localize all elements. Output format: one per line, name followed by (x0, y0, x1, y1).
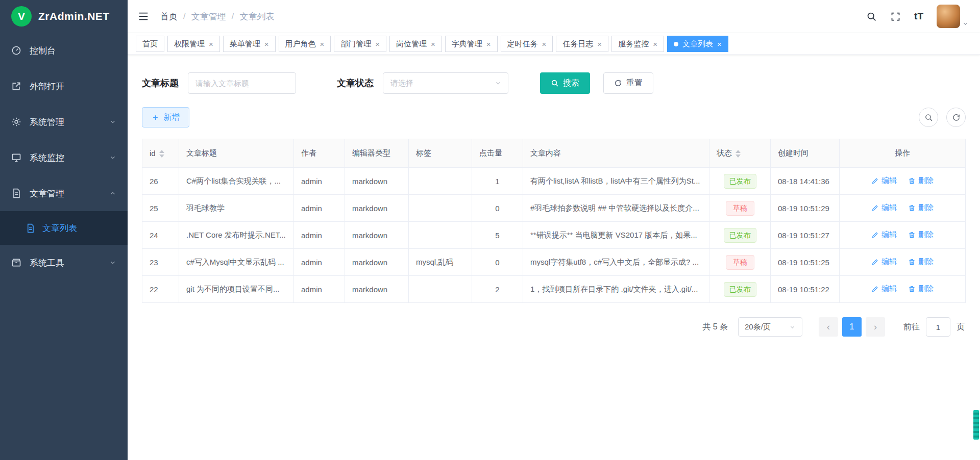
cell-created: 08-19 10:51:22 (771, 276, 840, 303)
current-page[interactable]: 1 (842, 317, 862, 337)
delete-link[interactable]: 删除 (908, 203, 934, 213)
breadcrumb-item[interactable]: 首页 (160, 11, 178, 22)
cell-title: git 为不同的项目设置不同... (179, 276, 294, 303)
col-tags: 标签 (409, 139, 472, 168)
title-filter-label: 文章标题 (142, 77, 179, 89)
delete-link[interactable]: 删除 (908, 176, 934, 186)
table-row: 25 羽毛球教学 admin markdown 0 #羽毛球拍参数说明 ## 中… (142, 195, 966, 222)
status-badge: 已发布 (724, 174, 756, 189)
app-logo[interactable]: V ZrAdmin.NET (0, 0, 128, 33)
cell-content: **错误提示** 当电脑更新 VS2017 版本后，如果... (523, 222, 709, 249)
font-size-button[interactable]: tT (914, 11, 923, 22)
sort-caret-icon[interactable] (736, 150, 741, 158)
sidebar-item-external[interactable]: 外部打开 (0, 68, 128, 104)
cell-actions: 编辑 删除 (840, 222, 966, 249)
sidebar-item-system-mgmt[interactable]: 系统管理 (0, 104, 128, 140)
sort-caret-icon[interactable] (159, 150, 164, 158)
close-icon[interactable]: × (375, 40, 380, 48)
prev-page-button[interactable]: ‹ (819, 317, 838, 337)
close-icon[interactable]: × (320, 40, 325, 48)
breadcrumb-item[interactable]: 文章列表 (239, 11, 274, 22)
tab-service-monitor[interactable]: 服务监控 × (611, 36, 664, 52)
document-icon (26, 223, 35, 233)
filter-form: 文章标题 文章状态 请选择 搜索 重置 (142, 72, 966, 94)
cell-tags (409, 168, 472, 195)
trash-icon (908, 177, 916, 185)
page-unit-label: 页 (957, 322, 965, 333)
tab-post-mgmt[interactable]: 岗位管理 × (389, 36, 442, 52)
edit-link[interactable]: 编辑 (871, 257, 897, 267)
delete-link[interactable]: 删除 (908, 257, 934, 267)
edit-link[interactable]: 编辑 (871, 230, 897, 240)
user-menu[interactable] (937, 5, 969, 28)
scrollbar-thumb[interactable] (973, 410, 979, 440)
header-search-button[interactable] (866, 11, 877, 22)
cell-status: 草稿 (709, 195, 771, 222)
toggle-search-button[interactable] (919, 108, 938, 127)
cell-id: 26 (142, 168, 179, 195)
sidebar-item-article-mgmt[interactable]: 文章管理 (0, 175, 128, 211)
col-content: 文章内容 (523, 139, 709, 168)
goto-page-input[interactable] (926, 317, 950, 337)
add-button[interactable]: 新增 (142, 107, 189, 127)
tab-label: 字典管理 (452, 39, 482, 49)
cell-tags: mysql,乱码 (409, 249, 472, 276)
close-icon[interactable]: × (653, 40, 657, 48)
avatar[interactable] (937, 5, 960, 28)
title-filter-input[interactable] (188, 72, 296, 94)
next-page-button[interactable]: › (866, 317, 885, 337)
close-icon[interactable]: × (209, 40, 213, 48)
tab-dict-mgmt[interactable]: 字典管理 × (445, 36, 498, 52)
sidebar-item-label: 文章管理 (30, 188, 64, 199)
edit-link[interactable]: 编辑 (871, 203, 897, 213)
tab-home[interactable]: 首页 (136, 36, 164, 52)
active-tab-dot (674, 42, 678, 46)
tab-dept-mgmt[interactable]: 部门管理 × (334, 36, 386, 52)
sidebar-item-dashboard[interactable]: 控制台 (0, 33, 128, 68)
edit-link[interactable]: 编辑 (871, 176, 897, 186)
page-size-select[interactable]: 20条/页 (738, 317, 802, 337)
reset-button[interactable]: 重置 (603, 72, 653, 94)
delete-link[interactable]: 删除 (908, 284, 934, 294)
goto-label: 前往 (903, 322, 920, 333)
sidebar-item-system-monitor[interactable]: 系统监控 (0, 140, 128, 175)
close-icon[interactable]: × (264, 40, 269, 48)
close-icon[interactable]: × (486, 40, 491, 48)
plus-icon (152, 114, 159, 121)
close-icon[interactable]: × (542, 40, 547, 48)
col-status[interactable]: 状态 (709, 139, 771, 168)
cell-author: admin (294, 168, 345, 195)
sidebar-item-article-list[interactable]: 文章列表 (0, 211, 128, 245)
table-row: 24 .NET Core 发布时提示.NET... admin markdown… (142, 222, 966, 249)
select-placeholder: 请选择 (390, 79, 413, 88)
external-link-icon (11, 81, 21, 91)
edit-link[interactable]: 编辑 (871, 284, 897, 294)
status-filter-select[interactable]: 请选择 (383, 72, 508, 94)
tab-scheduled-task[interactable]: 定时任务 × (501, 36, 553, 52)
breadcrumb-item[interactable]: 文章管理 (191, 11, 226, 22)
cell-clicks: 5 (472, 222, 523, 249)
close-icon[interactable]: × (717, 40, 722, 48)
pagination: 共 5 条 20条/页 ‹ 1 › 前往 页 (142, 317, 965, 337)
tab-menu-mgmt[interactable]: 菜单管理 × (223, 36, 276, 52)
close-icon[interactable]: × (431, 40, 435, 48)
fullscreen-button[interactable] (890, 11, 901, 22)
tab-article-list[interactable]: 文章列表 × (667, 36, 728, 52)
col-id[interactable]: id (142, 139, 179, 168)
close-icon[interactable]: × (597, 40, 602, 48)
sidebar-collapse-button[interactable] (128, 0, 159, 33)
tab-permission-mgmt[interactable]: 权限管理 × (167, 36, 220, 52)
tab-label: 部门管理 (340, 39, 371, 49)
pencil-icon (871, 258, 879, 266)
search-button[interactable]: 搜索 (540, 72, 590, 94)
tab-user-role[interactable]: 用户角色 × (279, 36, 331, 52)
fullscreen-icon (890, 11, 901, 22)
cell-created: 08-19 10:51:27 (771, 222, 840, 249)
tab-task-log[interactable]: 任务日志 × (556, 36, 608, 52)
chevron-down-icon[interactable] (962, 20, 969, 27)
sidebar-item-system-tools[interactable]: 系统工具 (0, 245, 128, 280)
page-size-value: 20条/页 (745, 322, 771, 332)
refresh-table-button[interactable] (946, 108, 966, 127)
delete-link[interactable]: 删除 (908, 230, 934, 240)
col-actions: 操作 (840, 139, 966, 168)
